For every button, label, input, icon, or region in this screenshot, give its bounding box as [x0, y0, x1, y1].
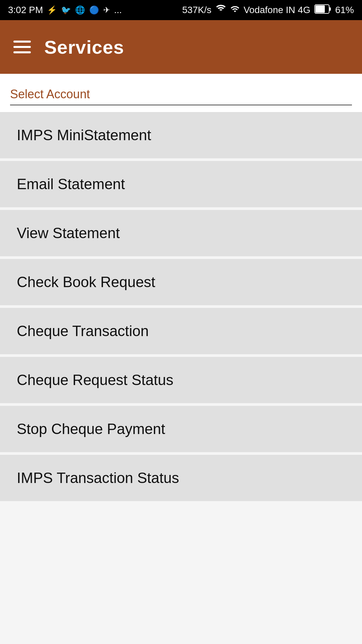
- signal-icon: [230, 4, 240, 16]
- service-label-email-statement: Email Statement: [17, 176, 125, 193]
- service-item-view-statement[interactable]: View Statement: [0, 210, 362, 259]
- select-account-wrapper[interactable]: Select Account: [0, 74, 362, 112]
- svg-rect-1: [315, 5, 325, 13]
- service-label-cheque-transaction: Cheque Transaction: [17, 323, 149, 339]
- service-item-check-book-request[interactable]: Check Book Request: [0, 259, 362, 308]
- svg-rect-2: [329, 7, 331, 11]
- status-time: 3:02 PM: [8, 5, 43, 15]
- service-label-view-statement: View Statement: [17, 225, 120, 241]
- app-icon-4: ✈: [103, 5, 110, 15]
- status-bar-right: 537K/s Vodafone IN 4G 61%: [182, 4, 354, 16]
- app-icon-1: 🐦: [61, 5, 71, 15]
- service-item-email-statement[interactable]: Email Statement: [0, 161, 362, 210]
- service-label-cheque-request-status: Cheque Request Status: [17, 372, 173, 388]
- service-label-stop-cheque-payment: Stop Cheque Payment: [17, 421, 165, 437]
- hamburger-line-3: [13, 51, 31, 53]
- notification-icon: ⚡: [47, 5, 57, 15]
- service-item-cheque-request-status[interactable]: Cheque Request Status: [0, 357, 362, 406]
- hamburger-line-2: [13, 46, 31, 48]
- carrier-name: Vodafone IN 4G: [244, 5, 310, 15]
- toolbar: Services: [0, 20, 362, 74]
- wifi-icon: [216, 4, 226, 16]
- status-dots: ...: [114, 5, 122, 15]
- service-label-imps-mini-statement: IMPS MiniStatement: [17, 127, 151, 144]
- hamburger-line-1: [13, 41, 31, 43]
- page-title: Services: [44, 36, 124, 58]
- main-content: Select Account IMPS MiniStatementEmail S…: [0, 74, 362, 504]
- services-list: IMPS MiniStatementEmail StatementView St…: [0, 112, 362, 504]
- service-label-imps-transaction-status: IMPS Transaction Status: [17, 470, 179, 486]
- menu-button[interactable]: [13, 41, 31, 53]
- select-account-label[interactable]: Select Account: [10, 87, 352, 105]
- app-icon-2: 🌐: [75, 5, 85, 15]
- battery-percent: 61%: [335, 5, 354, 15]
- service-label-check-book-request: Check Book Request: [17, 274, 155, 290]
- status-bar: 3:02 PM ⚡ 🐦 🌐 🔵 ✈ ... 537K/s Vodafone IN…: [0, 0, 362, 20]
- status-bar-left: 3:02 PM ⚡ 🐦 🌐 🔵 ✈ ...: [8, 5, 122, 15]
- service-item-imps-transaction-status[interactable]: IMPS Transaction Status: [0, 455, 362, 504]
- service-item-cheque-transaction[interactable]: Cheque Transaction: [0, 308, 362, 357]
- service-item-imps-mini-statement[interactable]: IMPS MiniStatement: [0, 112, 362, 161]
- app-icon-3: 🔵: [89, 5, 99, 15]
- service-item-stop-cheque-payment[interactable]: Stop Cheque Payment: [0, 406, 362, 455]
- network-speed: 537K/s: [182, 5, 212, 15]
- battery-icon: [314, 4, 331, 16]
